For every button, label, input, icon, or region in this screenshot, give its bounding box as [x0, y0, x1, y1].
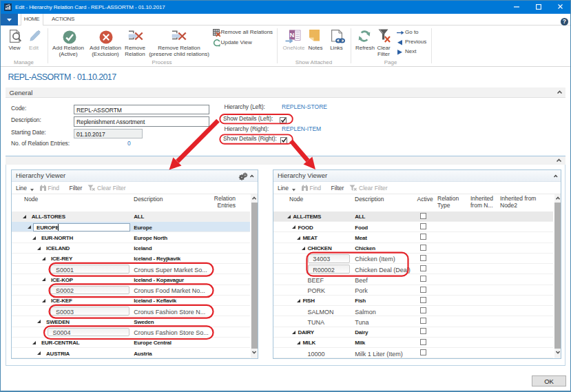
svg-text:N: N: [289, 31, 294, 39]
